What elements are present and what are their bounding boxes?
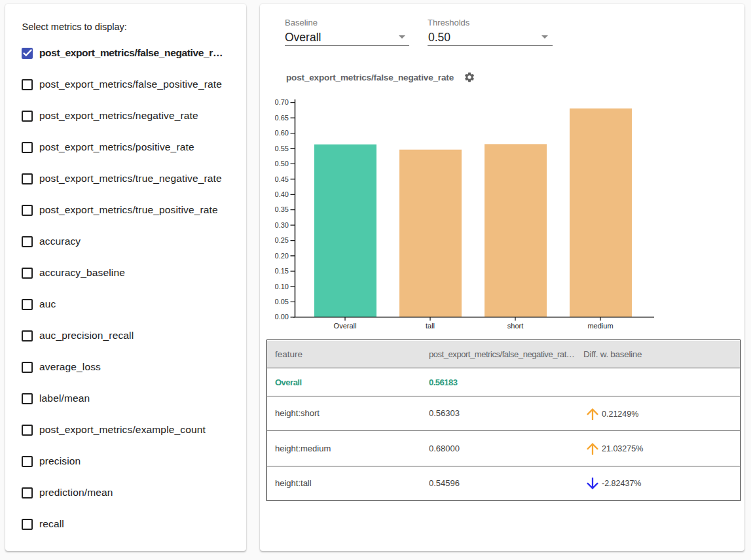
svg-text:0.30: 0.30 <box>275 221 289 229</box>
svg-text:0.00: 0.00 <box>275 313 289 321</box>
svg-text:0.70: 0.70 <box>275 98 289 106</box>
svg-text:0.55: 0.55 <box>275 145 289 152</box>
svg-text:0.65: 0.65 <box>275 114 289 122</box>
svg-text:0.60: 0.60 <box>275 129 289 137</box>
svg-text:0.40: 0.40 <box>275 190 289 198</box>
svg-text:Overall: Overall <box>334 322 357 330</box>
svg-text:0.05: 0.05 <box>275 298 289 306</box>
svg-text:0.20: 0.20 <box>275 252 289 260</box>
svg-text:0.45: 0.45 <box>275 175 289 183</box>
svg-text:0.15: 0.15 <box>275 267 289 275</box>
svg-text:short: short <box>507 322 523 330</box>
svg-text:0.10: 0.10 <box>275 283 289 290</box>
svg-text:medium: medium <box>587 322 613 330</box>
svg-text:0.50: 0.50 <box>275 160 289 167</box>
svg-text:tall: tall <box>426 322 435 330</box>
svg-text:0.35: 0.35 <box>275 205 289 213</box>
svg-text:0.25: 0.25 <box>275 236 289 244</box>
